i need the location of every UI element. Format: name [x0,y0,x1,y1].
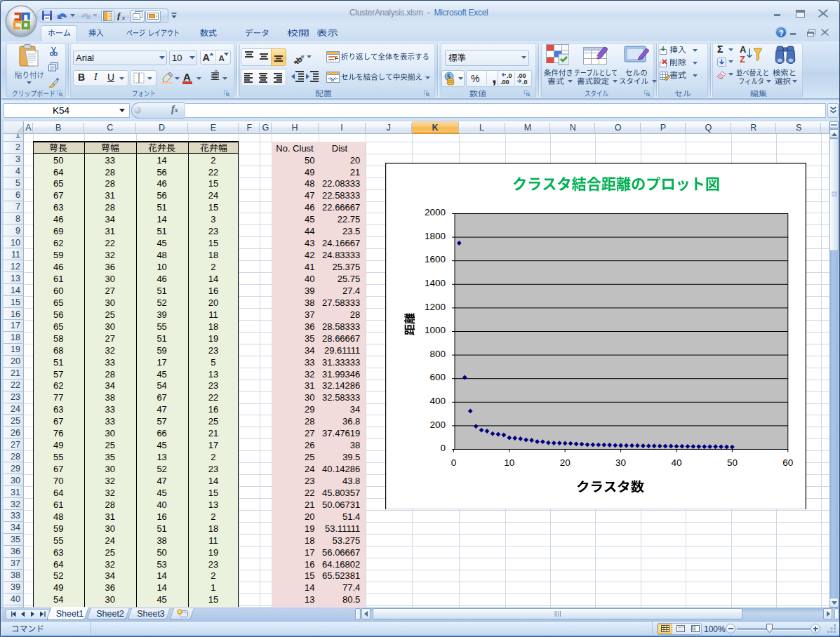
svg-text:Z: Z [740,54,745,65]
svg-text:0: 0 [451,457,457,468]
svg-text:40: 40 [671,457,681,468]
svg-text:1800: 1800 [425,231,446,241]
svg-text:10: 10 [504,457,514,468]
svg-text:a: a [331,76,334,83]
svg-text:0: 0 [440,443,446,453]
svg-text:800: 800 [429,349,446,359]
svg-text:20: 20 [560,457,571,468]
svg-text:2000: 2000 [425,207,446,217]
svg-text:x: x [121,14,125,20]
svg-text:.0: .0 [522,79,528,86]
svg-text:50: 50 [727,457,738,468]
svg-text:30: 30 [615,457,626,468]
svg-text:A: A [740,44,747,55]
svg-text:1200: 1200 [425,302,446,312]
svg-text:60: 60 [782,457,793,468]
svg-text:600: 600 [429,372,446,382]
svg-text:.00: .00 [500,79,509,86]
svg-text:400: 400 [429,396,446,406]
svg-text:1600: 1600 [425,254,446,264]
svg-text:1000: 1000 [425,325,446,335]
svg-text:f: f [117,12,121,20]
svg-text:1400: 1400 [425,278,446,288]
svg-text:200: 200 [429,420,446,430]
